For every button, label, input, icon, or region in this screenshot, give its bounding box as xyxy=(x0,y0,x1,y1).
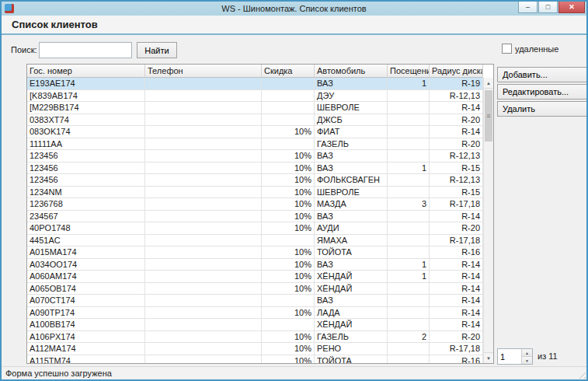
table-cell xyxy=(388,138,430,151)
delete-button[interactable]: Удалить xyxy=(497,101,588,117)
table-cell: 1 xyxy=(388,78,430,90)
table-cell xyxy=(145,102,262,114)
table-cell: A070CT174 xyxy=(27,295,145,307)
maximize-icon: □ xyxy=(546,4,550,11)
close-button[interactable]: ✕ xyxy=(558,2,585,13)
table-row[interactable]: A060AM17410%ХЁНДАЙ1R-14 xyxy=(27,271,483,283)
spin-down-button[interactable]: ▼ xyxy=(522,357,532,364)
vertical-scrollbar[interactable]: ▲ ≡ ▼ xyxy=(483,78,493,363)
table-row[interactable]: 083OK17410%ФИАТR-14 xyxy=(27,126,483,138)
table-cell: R-14 xyxy=(430,295,483,307)
table-row[interactable]: [M229BB174ШЕВРОЛЕR-14 xyxy=(27,102,483,114)
table-cell: R-16 xyxy=(430,246,483,259)
table-row[interactable]: A065OB17410%ХЁНДАЙR-14 xyxy=(27,283,483,295)
add-button[interactable]: Добавить... xyxy=(497,67,588,82)
table-cell xyxy=(145,355,262,364)
table-cell: ШЕВРОЛЕ xyxy=(315,102,388,114)
table-cell: R-14 xyxy=(430,307,483,320)
table-cell: 123456 xyxy=(27,163,145,175)
table-cell: A065OB174 xyxy=(27,283,145,295)
window-title: WS - Шиномонтаж. Список клиентов xyxy=(2,2,586,16)
table-row[interactable]: 4451ACЯМАХАR-17,18 xyxy=(27,235,483,247)
deleted-checkbox[interactable] xyxy=(502,44,512,54)
table-row[interactable]: 23456710%ВАЗR-14 xyxy=(27,211,483,223)
window-content: Список клиентов Поиск: Найти удаленные Г… xyxy=(2,16,586,366)
edit-button[interactable]: Редактировать... xyxy=(497,84,588,100)
table-cell: 10% xyxy=(262,126,315,138)
table-cell: R-12,13 xyxy=(430,150,483,163)
table-row[interactable]: 0383XT74ДЖСБR-20 xyxy=(27,114,483,127)
table-row[interactable]: 12345610%ФОЛЬКСВАГЕНR-12,13 xyxy=(27,174,483,187)
table-cell: 123456 xyxy=(27,150,145,163)
scrollbar-thumb[interactable]: ≡ xyxy=(485,90,492,142)
table-cell: ВАЗ xyxy=(315,78,388,90)
maximize-button[interactable]: □ xyxy=(538,2,558,13)
minimize-icon: – xyxy=(526,4,530,11)
page-number-input[interactable] xyxy=(498,349,521,364)
table-row[interactable]: 11111AAГАЗЕЛЬR-20 xyxy=(27,138,483,151)
search-input[interactable] xyxy=(39,42,132,58)
table-cell xyxy=(145,78,262,90)
deleted-checkbox-label[interactable]: удаленные xyxy=(515,44,558,54)
table-cell: ЛАДА xyxy=(315,307,388,320)
table-cell: R-17,18 xyxy=(430,343,483,355)
table-cell xyxy=(145,319,262,331)
table-cell xyxy=(388,126,430,138)
spin-down-icon: ▼ xyxy=(525,358,529,363)
table-row[interactable]: 123676810%МАЗДА3R-17,18 xyxy=(27,198,483,211)
minimize-button[interactable]: – xyxy=(518,2,538,13)
table-row[interactable]: A106PX17410%ГАЗЕЛЬ2R-20 xyxy=(27,331,483,344)
column-header[interactable]: Посещений xyxy=(388,65,430,78)
table-cell: АУДИ xyxy=(315,222,388,235)
scroll-down-button[interactable]: ▼ xyxy=(484,352,493,363)
table-cell: 10% xyxy=(262,198,315,211)
table-cell: [K839AB174 xyxy=(27,90,145,103)
table-cell: ВАЗ xyxy=(315,259,388,271)
table-cell: A060AM174 xyxy=(27,271,145,283)
table-cell xyxy=(145,331,262,344)
table-row[interactable]: 12345610%ВАЗ1R-15 xyxy=(27,163,483,175)
table-cell: 123456 xyxy=(27,174,145,187)
column-header[interactable]: Гос. номер xyxy=(27,65,145,78)
table-cell: 10% xyxy=(262,150,315,163)
app-window: WS - Шиномонтаж. Список клиентов – □ ✕ С… xyxy=(0,0,588,381)
table-cell xyxy=(262,114,315,127)
table-row[interactable]: 12345610%ВАЗR-12,13 xyxy=(27,150,483,163)
table-row[interactable]: A112MA17410%РЕНОR-17,18 xyxy=(27,343,483,355)
table-cell: ТОЙОТА xyxy=(315,355,388,364)
table-row[interactable]: A115TM7410%ТОЙОТАR-16 xyxy=(27,355,483,364)
table-row[interactable]: E193AE174ВАЗ1R-19 xyxy=(27,78,483,90)
table-cell: 10% xyxy=(262,211,315,223)
table-cell xyxy=(262,90,315,103)
titlebar[interactable]: WS - Шиномонтаж. Список клиентов – □ ✕ xyxy=(2,2,586,16)
table-cell: ХЁНДАЙ xyxy=(315,283,388,295)
find-button[interactable]: Найти xyxy=(137,42,177,58)
table-row[interactable]: A090TP17410%ЛАДАR-14 xyxy=(27,307,483,320)
table-cell: 4451AC xyxy=(27,235,145,247)
resize-grip[interactable] xyxy=(576,369,586,379)
table-cell xyxy=(388,295,430,307)
table-row[interactable]: A100BB174ХЁНДАЙR-14 xyxy=(27,319,483,331)
scroll-up-button[interactable]: ▲ xyxy=(484,78,493,89)
column-header[interactable]: Радиус диска xyxy=(430,65,483,78)
table-cell: 10% xyxy=(262,259,315,271)
table-row[interactable]: A070CT174ВАЗR-14 xyxy=(27,295,483,307)
column-header[interactable]: Автомобиль xyxy=(315,65,388,78)
table-cell: R-14 xyxy=(430,319,483,331)
table-cell: A100BB174 xyxy=(27,319,145,331)
table-row[interactable]: A015MA17410%ТОЙОТАR-16 xyxy=(27,246,483,259)
column-header[interactable]: Телефон xyxy=(145,65,262,78)
table-cell xyxy=(262,319,315,331)
table-cell xyxy=(388,246,430,259)
table-row[interactable]: 40PO174810%АУДИR-20 xyxy=(27,222,483,235)
table-cell: A106PX174 xyxy=(27,331,145,344)
spin-up-button[interactable]: ▲ xyxy=(522,349,532,357)
table-cell xyxy=(145,187,262,199)
status-bar: Форма успешно загружена xyxy=(2,366,586,379)
column-header[interactable]: Скидка xyxy=(262,65,315,78)
table-row[interactable]: [K839AB174ДЭУR-12,13 xyxy=(27,90,483,103)
table-row[interactable]: 1234NM10%ШЕВРОЛЕR-15 xyxy=(27,187,483,199)
table-cell: 234567 xyxy=(27,211,145,223)
table-row[interactable]: A034OO17410%ВАЗ1R-14 xyxy=(27,259,483,271)
deleted-checkbox-group[interactable]: удаленные xyxy=(502,44,558,54)
